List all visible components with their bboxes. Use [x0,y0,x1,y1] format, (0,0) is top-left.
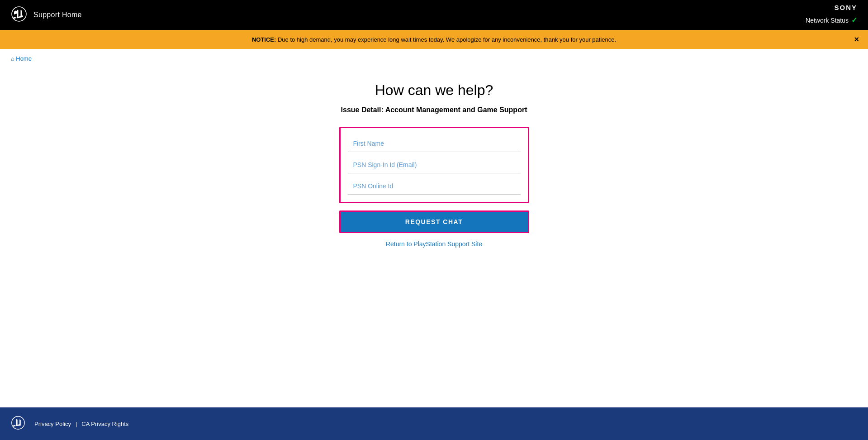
notice-text: NOTICE: Due to high demand, you may expe… [252,36,616,43]
footer-playstation-logo-icon [11,416,25,430]
footer-ps-logo-link[interactable] [11,416,25,432]
first-name-input[interactable] [348,135,521,152]
first-name-field [348,135,521,152]
network-status-label: Network Status [806,17,849,24]
header-left: Support Home [11,6,82,24]
page-title: How can we help? [375,82,493,99]
breadcrumb: ⌂ Home [0,49,868,68]
form-container [339,127,529,203]
svg-point-0 [12,7,26,21]
home-icon: ⌂ [11,56,14,62]
header: Support Home SONY Network Status ✓ [0,0,868,30]
notice-close-button[interactable]: × [854,35,859,43]
checkmark-icon: ✓ [851,16,857,24]
main-content: How can we help? Issue Detail: Account M… [0,68,868,407]
network-status: Network Status ✓ [806,16,857,24]
ps-logo-link[interactable] [11,6,27,24]
svg-point-1 [12,416,24,429]
playstation-logo-icon [11,6,27,22]
notice-banner: NOTICE: Due to high demand, you may expe… [0,30,868,49]
footer-links: Privacy Policy | CA Privacy Rights [34,421,128,427]
request-chat-wrapper: REQUEST CHAT [339,210,529,233]
privacy-policy-link[interactable]: Privacy Policy [34,421,71,427]
sony-logo: SONY [834,4,857,11]
breadcrumb-home-label: Home [16,55,32,62]
ca-privacy-rights-link[interactable]: CA Privacy Rights [81,421,128,427]
email-field [348,157,521,173]
request-chat-button[interactable]: REQUEST CHAT [341,212,528,232]
psn-email-input[interactable] [348,157,521,173]
breadcrumb-home-link[interactable]: ⌂ Home [11,55,32,62]
online-id-field [348,178,521,195]
notice-prefix: NOTICE: [252,36,276,43]
issue-detail: Issue Detail: Account Management and Gam… [341,106,527,114]
support-home-label: Support Home [33,11,82,19]
psn-online-id-input[interactable] [348,178,521,195]
footer: Privacy Policy | CA Privacy Rights [0,407,868,440]
footer-divider: | [76,421,77,427]
notice-message: Due to high demand, you may experience l… [276,36,616,43]
return-to-support-link[interactable]: Return to PlayStation Support Site [386,240,482,248]
